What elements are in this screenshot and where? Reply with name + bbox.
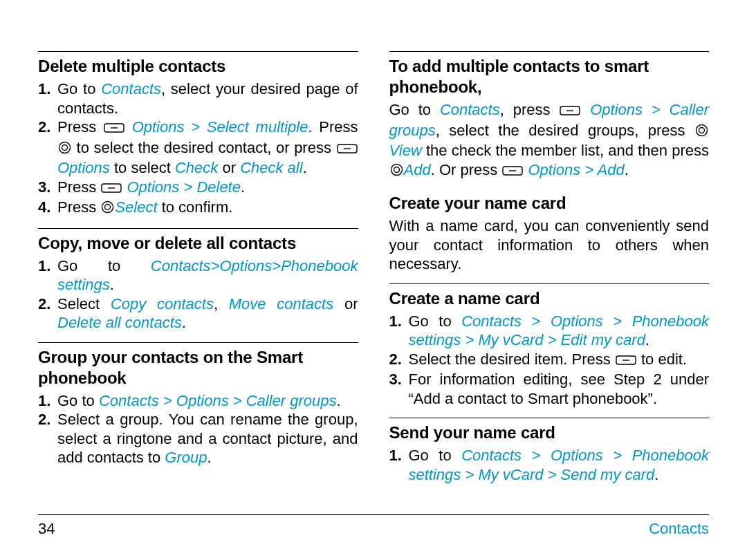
right-column: To add multiple contacts to smart phoneb… [389,41,710,505]
ring-icon [390,162,403,181]
list-item: 2. Select Copy contacts, Move contacts o… [38,295,358,333]
softkey-icon [337,140,358,159]
list-delete-multiple: 1. Go to Contacts, select your desired p… [38,80,358,218]
ring-icon [58,140,71,159]
divider [389,283,710,284]
paragraph-name-card-intro: With a name card, you can conveniently s… [389,216,710,274]
page-footer: 34 Contacts [38,514,709,539]
footer-divider [38,514,709,515]
list-item: 4. Press Select to confirm. [38,198,358,218]
heading-send-name-card: Send your name card [389,422,710,443]
ring-icon [695,122,708,142]
heading-copy-move-delete: Copy, move or delete all contacts [38,233,358,254]
list-item: 2. Select the desired item. Press to edi… [389,350,710,371]
list-item: 1. Go to Contacts, select your desired p… [38,80,358,118]
list-item: 2. Select a group. You can rename the gr… [38,410,358,467]
list-item: 3. Press Options > Delete. [38,178,358,198]
divider [38,51,358,52]
list-item: 3. For information editing, see Step 2 u… [389,370,710,408]
heading-delete-multiple: Delete multiple contacts [38,56,358,77]
page-number: 34 [38,519,55,539]
divider [38,342,358,343]
heading-create-your-name-card: Create your name card [389,193,710,214]
list-item: 1. Go to Contacts > Options > Caller gro… [38,391,358,411]
divider [389,418,710,418]
softkey-icon [560,102,580,121]
list-item: 2. Press Options > Select multiple. Pres… [38,118,358,178]
list-group-contacts: 1. Go to Contacts > Options > Caller gro… [38,391,358,467]
page-body: Delete multiple contacts 1. Go to Contac… [38,41,709,505]
footer-section-label: Contacts [649,519,709,539]
list-item: 1. Go to Contacts>Options>Phonebook sett… [38,256,358,295]
list-item: 1. Go to Contacts > Options > Phonebook … [389,446,710,484]
divider [389,51,710,52]
list-item: 1. Go to Contacts > Options > Phonebook … [389,312,710,350]
softkey-icon [101,179,122,198]
ring-icon [101,199,114,218]
softkey-icon [104,119,124,138]
softkey-icon [616,351,636,371]
left-column: Delete multiple contacts 1. Go to Contac… [38,41,358,505]
heading-create-a-name-card: Create a name card [389,288,710,309]
paragraph-add-multiple: Go to Contacts, press Options > Caller g… [389,100,710,180]
list-send-name-card: 1. Go to Contacts > Options > Phonebook … [389,446,710,484]
heading-add-multiple-smart: To add multiple contacts to smart phoneb… [389,56,710,97]
list-create-name-card: 1. Go to Contacts > Options > Phonebook … [389,312,710,409]
divider [38,228,358,229]
softkey-icon [502,162,523,181]
heading-group-contacts: Group your contacts on the Smart phonebo… [38,347,358,389]
list-copy-move-delete: 1. Go to Contacts>Options>Phonebook sett… [38,256,358,333]
